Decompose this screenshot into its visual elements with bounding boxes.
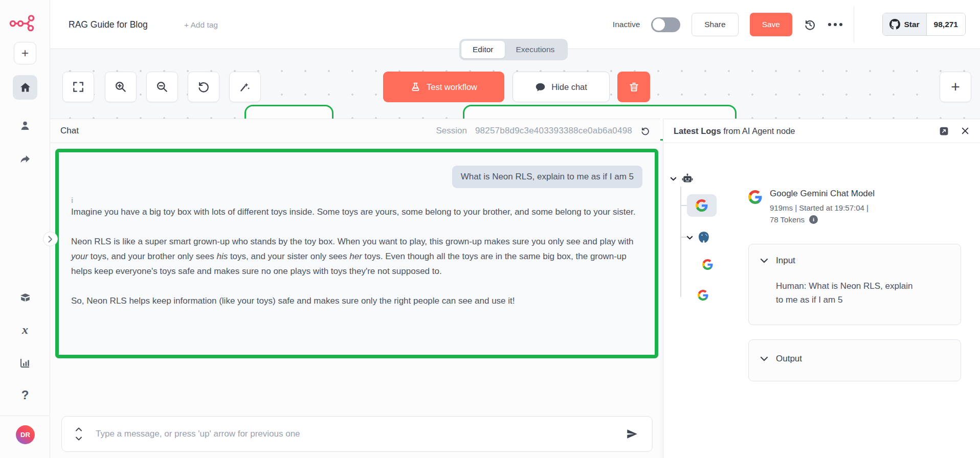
- github-icon: [889, 19, 900, 30]
- tree-node-ai-agent[interactable]: [670, 173, 694, 185]
- previous-message-button[interactable]: [75, 427, 82, 431]
- chevron-down-icon: [670, 177, 677, 181]
- github-star-widget[interactable]: Star 98,271: [882, 13, 966, 36]
- input-section-toggle[interactable]: Input: [760, 256, 949, 266]
- message-info-icon[interactable]: i: [71, 196, 642, 204]
- chat-message-input[interactable]: [96, 429, 617, 439]
- github-star-count: 98,271: [927, 13, 965, 35]
- output-section-label: Output: [776, 354, 802, 364]
- sidebar-item-help[interactable]: ?: [13, 383, 37, 407]
- sidebar-item-shared[interactable]: [13, 147, 37, 171]
- sidebar-item-insights[interactable]: [13, 351, 37, 375]
- model-tokens: 78 Tokens: [770, 214, 805, 225]
- model-summary: Google Gemini Chat Model 919ms | Started…: [748, 189, 875, 225]
- log-output-card: Output: [748, 339, 961, 381]
- workflow-history-button[interactable]: [804, 18, 816, 31]
- variables-x-icon: x: [22, 323, 28, 337]
- ai-paragraph: Neon RLS is like a super smart grown-up …: [71, 234, 642, 279]
- bar-chart-icon: [19, 357, 31, 369]
- expand-sidebar-button[interactable]: [43, 232, 58, 246]
- input-content: Human: What is Neon RLS, explain to me a…: [776, 279, 922, 307]
- chevron-down-icon: [760, 356, 768, 362]
- google-icon: [696, 199, 708, 212]
- tree-node-postgres[interactable]: [686, 231, 711, 245]
- add-tag-button[interactable]: + Add tag: [184, 20, 218, 30]
- refresh-session-button[interactable]: [640, 126, 650, 136]
- ai-message: Imagine you have a big toy box with lots…: [71, 204, 642, 308]
- zoom-to-fit-button[interactable]: [62, 72, 94, 102]
- tree-node-gemini-2[interactable]: [702, 259, 713, 270]
- save-label: Save: [762, 20, 780, 29]
- test-workflow-button[interactable]: Test workflow: [383, 72, 504, 102]
- google-icon: [748, 190, 762, 204]
- magic-wand-icon: [238, 80, 252, 94]
- flask-icon: [410, 82, 421, 93]
- editor-executions-tabs: Editor Executions: [459, 39, 568, 60]
- sidebar-item-variables[interactable]: x: [13, 317, 37, 342]
- user-avatar[interactable]: DR: [16, 425, 35, 444]
- zoom-in-button[interactable]: [105, 72, 137, 102]
- chat-header: Chat Session 98257b8d9c3e403393388ce0ab6…: [50, 119, 660, 143]
- logs-title: Latest Logs from AI Agent node: [674, 126, 795, 136]
- chevron-down-icon: [760, 258, 768, 264]
- log-input-card: Input Human: What is Neon RLS, explain t…: [748, 244, 961, 325]
- tidy-up-button[interactable]: [229, 72, 261, 102]
- tab-executions[interactable]: Executions: [505, 41, 566, 58]
- info-icon[interactable]: i: [809, 215, 818, 224]
- delete-button[interactable]: [617, 72, 650, 102]
- sidebar-item-templates[interactable]: [13, 285, 37, 309]
- close-logs-button[interactable]: [961, 126, 970, 135]
- hide-chat-button[interactable]: Hide chat: [513, 72, 610, 102]
- test-workflow-label: Test workflow: [427, 82, 477, 92]
- share-button[interactable]: Share: [692, 13, 738, 36]
- logs-header: Latest Logs from AI Agent node: [663, 119, 980, 143]
- zoom-in-icon: [114, 80, 127, 94]
- tree-node-gemini-selected[interactable]: [687, 194, 717, 217]
- next-message-button[interactable]: [75, 437, 82, 441]
- logs-body: Google Gemini Chat Model 919ms | Started…: [663, 144, 980, 458]
- share-label: Share: [704, 20, 725, 29]
- plus-icon: +: [21, 46, 29, 60]
- github-star-label: Star: [904, 20, 919, 29]
- hide-chat-label: Hide chat: [551, 82, 587, 92]
- workflow-title[interactable]: RAG Guide for Blog: [69, 19, 148, 30]
- zoom-out-icon: [155, 80, 169, 94]
- reset-zoom-button[interactable]: [188, 72, 219, 102]
- left-sidebar: + x ? DR: [0, 0, 50, 458]
- open-logs-view-button[interactable]: [939, 126, 949, 136]
- trash-icon: [628, 81, 640, 93]
- box-icon: [19, 291, 32, 304]
- user-message-bubble: What is Neon RLS, explain to me as if I …: [452, 166, 642, 188]
- robot-icon: [681, 173, 694, 185]
- model-name: Google Gemini Chat Model: [770, 189, 875, 199]
- zoom-out-button[interactable]: [146, 72, 178, 102]
- output-section-toggle[interactable]: Output: [760, 354, 949, 364]
- tab-editor[interactable]: Editor: [461, 41, 505, 58]
- tree-node-gemini-3[interactable]: [698, 290, 708, 301]
- model-meta-line1: 919ms | Started at 19:57:04 |: [770, 202, 875, 214]
- send-message-button[interactable]: [626, 427, 639, 441]
- session-id: 98257b8d9c3e403393388ce0ab6a0498: [475, 126, 632, 136]
- question-icon: ?: [21, 388, 29, 402]
- user-icon: [19, 120, 31, 132]
- active-status-label: Inactive: [613, 20, 640, 29]
- toggle-knob: [653, 18, 665, 31]
- active-toggle[interactable]: [651, 17, 680, 32]
- ai-paragraph: So, Neon RLS helps keep information (lik…: [71, 293, 642, 308]
- session-label: Session: [436, 126, 466, 136]
- chat-panel: Chat Session 98257b8d9c3e403393388ce0ab6…: [50, 119, 660, 458]
- chat-title: Chat: [60, 126, 79, 136]
- sidebar-item-personal[interactable]: [13, 113, 37, 138]
- sidebar-item-overview[interactable]: [13, 75, 37, 100]
- logs-panel: Latest Logs from AI Agent node: [663, 119, 980, 458]
- postgres-icon: [697, 231, 711, 245]
- new-workflow-button[interactable]: +: [14, 42, 36, 64]
- github-star-button[interactable]: Star: [883, 13, 926, 35]
- google-icon: [702, 259, 713, 270]
- home-icon: [19, 81, 32, 94]
- save-button[interactable]: Save: [750, 13, 792, 36]
- share-arrow-icon: [19, 153, 31, 165]
- chat-input-container: [61, 416, 653, 452]
- add-node-button[interactable]: +: [940, 72, 971, 102]
- more-options-button[interactable]: [828, 22, 843, 27]
